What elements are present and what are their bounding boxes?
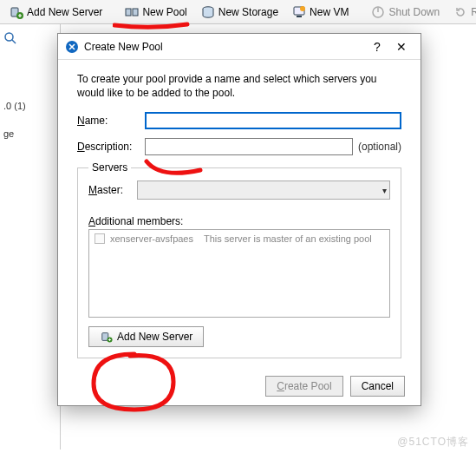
member-note: This server is master of an existing poo… bbox=[204, 233, 372, 244]
svg-rect-3 bbox=[133, 9, 138, 16]
svg-rect-6 bbox=[297, 16, 302, 17]
svg-point-7 bbox=[300, 6, 305, 11]
name-label: Name: bbox=[77, 115, 145, 127]
reboot-button[interactable]: Reb bbox=[447, 3, 476, 22]
description-input[interactable] bbox=[145, 138, 353, 155]
tree-node[interactable]: .0 (1) bbox=[3, 101, 56, 111]
pool-icon bbox=[125, 5, 139, 19]
create-pool-dialog: Create New Pool ? ✕ To create your pool … bbox=[57, 33, 421, 406]
new-storage-button[interactable]: New Storage bbox=[195, 3, 284, 22]
master-label: Master: bbox=[88, 184, 137, 196]
svg-rect-2 bbox=[126, 9, 131, 16]
tree-panel: .0 (1) ge bbox=[0, 24, 61, 450]
main-toolbar: Add New Server New Pool New Storage New … bbox=[0, 0, 476, 24]
dialog-titlebar: Create New Pool ? ✕ bbox=[58, 34, 421, 60]
new-pool-button[interactable]: New Pool bbox=[119, 3, 192, 22]
watermark: @51CTO博客 bbox=[397, 435, 469, 450]
add-new-server-button[interactable]: Add New Server bbox=[3, 3, 108, 22]
server-add-icon bbox=[10, 5, 23, 19]
tree-node[interactable]: ge bbox=[3, 128, 56, 139]
dialog-intro: To create your pool provide a name and s… bbox=[77, 72, 401, 100]
dialog-title: Create New Pool bbox=[84, 41, 365, 53]
power-icon bbox=[371, 5, 385, 19]
button-label: Add New Server bbox=[117, 331, 192, 343]
toolbar-label: New VM bbox=[310, 6, 349, 18]
name-input[interactable] bbox=[145, 112, 401, 129]
storage-icon bbox=[201, 5, 215, 19]
server-add-icon bbox=[100, 330, 114, 344]
additional-members-list[interactable]: xenserver-avsfpaes This server is master… bbox=[88, 229, 390, 318]
toolbar-label: New Pool bbox=[142, 6, 186, 18]
close-button[interactable]: ✕ bbox=[389, 40, 414, 54]
reboot-icon bbox=[453, 5, 467, 19]
dialog-button-row: Create Pool Cancel bbox=[58, 367, 421, 405]
toolbar-label: Add New Server bbox=[27, 6, 102, 18]
add-new-server-button[interactable]: Add New Server bbox=[88, 326, 204, 347]
description-label: Description: bbox=[77, 141, 145, 153]
search-icon[interactable] bbox=[3, 31, 17, 45]
shut-down-button[interactable]: Shut Down bbox=[365, 3, 446, 22]
create-pool-button[interactable]: Create Pool bbox=[265, 376, 342, 397]
toolbar-label: New Storage bbox=[218, 6, 278, 18]
cancel-button[interactable]: Cancel bbox=[350, 376, 405, 397]
svg-point-9 bbox=[5, 33, 13, 41]
servers-legend: Servers bbox=[88, 161, 131, 174]
dialog-close-decor-icon bbox=[65, 40, 79, 54]
list-item[interactable]: xenserver-avsfpaes This server is master… bbox=[95, 233, 384, 244]
member-checkbox[interactable] bbox=[95, 233, 105, 244]
servers-group: Servers Master: ▾ Additional members: xe… bbox=[77, 167, 401, 358]
additional-label: Additional members: bbox=[88, 215, 390, 227]
help-button[interactable]: ? bbox=[365, 40, 389, 54]
new-vm-button[interactable]: New VM bbox=[286, 3, 355, 22]
vm-icon bbox=[292, 5, 306, 19]
toolbar-label: Shut Down bbox=[388, 6, 440, 18]
master-combo[interactable]: ▾ bbox=[137, 181, 390, 200]
chevron-down-icon: ▾ bbox=[382, 186, 387, 195]
member-name: xenserver-avsfpaes bbox=[110, 233, 193, 244]
optional-label: (optional) bbox=[358, 141, 401, 153]
toolbar-label: Reb bbox=[471, 6, 476, 18]
